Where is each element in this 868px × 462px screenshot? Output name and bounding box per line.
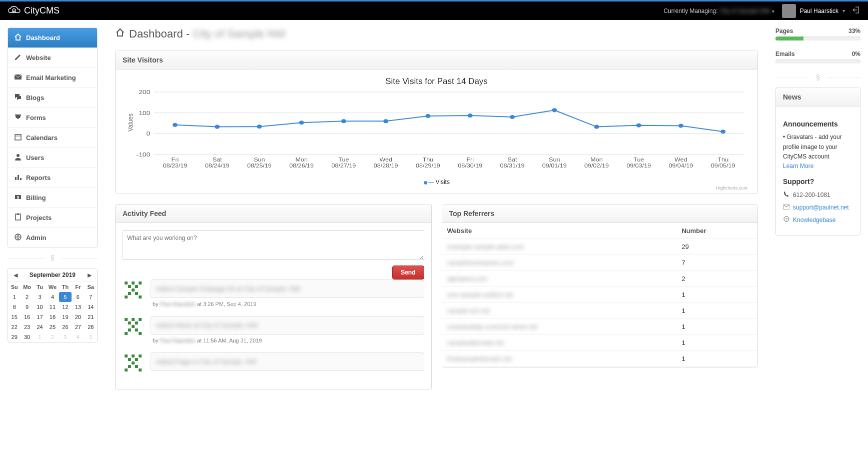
calendar-day[interactable]: 16 (21, 312, 33, 322)
svg-rect-87 (132, 354, 135, 358)
home-icon (115, 28, 125, 40)
svg-rect-5 (18, 175, 19, 180)
sidebar-item-website[interactable]: Website (8, 48, 97, 68)
calendar-day[interactable]: 23 (21, 322, 33, 332)
user-name: Paul Haarstick (800, 8, 838, 14)
svg-point-58 (594, 125, 599, 129)
pencil-icon (14, 53, 22, 62)
sidebar-item-blogs[interactable]: Blogs (8, 88, 97, 108)
svg-rect-83 (132, 325, 135, 328)
sidebar-item-forms[interactable]: Forms (8, 108, 97, 128)
svg-text:09/01/19: 09/01/19 (542, 163, 567, 168)
sidebar-item-reports[interactable]: Reports (8, 168, 97, 188)
user-menu[interactable]: Paul Haarstick ▾ (782, 4, 845, 18)
svg-text:Wed: Wed (379, 157, 392, 162)
calendar-day[interactable]: 14 (85, 302, 97, 312)
svg-point-54 (425, 114, 430, 118)
sidebar-item-projects[interactable]: Projects (8, 208, 97, 228)
sidebar-item-users[interactable]: Users (8, 148, 97, 168)
calendar-day[interactable]: 21 (85, 312, 97, 322)
phone-icon (783, 190, 790, 200)
calendar-prev[interactable]: ◀ (10, 272, 21, 278)
send-button[interactable]: Send (392, 266, 424, 280)
table-row: one-sample-outline.net1 (442, 287, 758, 303)
svg-rect-80 (135, 322, 138, 324)
sidebar-item-dashboard[interactable]: Dashboard (8, 28, 97, 48)
svg-rect-70 (128, 292, 131, 295)
sidebar-item-email-marketing[interactable]: Email Marketing (8, 68, 97, 88)
calendar-day[interactable]: 18 (46, 312, 59, 322)
panel-top-referrers: Top Referrers Website Number example-sam… (442, 204, 758, 368)
cloud-city-icon (8, 6, 22, 16)
calendar-day[interactable]: 11 (46, 302, 59, 312)
calendar-day[interactable]: 20 (72, 312, 84, 322)
calendar-day[interactable]: 9 (21, 302, 33, 312)
activity-input[interactable] (123, 230, 424, 260)
sidebar-item-billing[interactable]: $ Billing (8, 188, 97, 208)
support-kb[interactable]: ? Knowledgebase (783, 216, 853, 225)
calendar-day[interactable]: 8 (8, 302, 21, 312)
calendar-day[interactable]: 3 (59, 332, 72, 342)
svg-text:Sun: Sun (549, 157, 560, 162)
calendar-day[interactable]: 1 (8, 292, 21, 302)
calendar-day[interactable]: 1 (34, 332, 46, 342)
support-email[interactable]: support@paulnet.net (783, 203, 853, 212)
calendar-day[interactable]: 24 (34, 322, 46, 332)
svg-point-49 (215, 125, 220, 129)
table-row: samplealternate.net1 (442, 335, 758, 351)
sidebar-item-label: Blogs (26, 94, 44, 102)
svg-rect-68 (128, 285, 131, 288)
svg-rect-89 (139, 368, 142, 372)
calendar-day[interactable]: 28 (85, 322, 97, 332)
svg-rect-75 (139, 318, 142, 321)
panel-heading: News (776, 88, 860, 106)
calendar-day[interactable]: 15 (8, 312, 21, 322)
table-row: substantially-covered-name.net1 (442, 319, 758, 335)
calendar-day[interactable]: 2 (46, 332, 59, 342)
sidebar-item-label: Calendars (26, 134, 58, 142)
brand-logo[interactable]: CityCMS (8, 6, 60, 16)
sidebar-item-admin[interactable]: Admin (8, 228, 97, 248)
calendar-day[interactable]: 13 (72, 302, 84, 312)
calendar-day[interactable]: 3 (34, 292, 46, 302)
calendar-day[interactable]: 19 (59, 312, 72, 322)
svg-text:Mon: Mon (590, 157, 602, 162)
calendar-next[interactable]: ▶ (84, 272, 95, 278)
announcements-title: Announcements (783, 118, 853, 130)
calendar-day[interactable]: 2 (21, 292, 33, 302)
calendar-day[interactable]: 29 (8, 332, 21, 342)
calendar-day[interactable]: 10 (34, 302, 46, 312)
svg-text:08/29/19: 08/29/19 (416, 163, 440, 168)
avatar (782, 4, 796, 18)
currently-managing[interactable]: Currently Managing: City of Sample NW ▾ (664, 8, 774, 14)
calendar-day[interactable]: 17 (34, 312, 46, 322)
calendar-day[interactable]: 5 (59, 292, 72, 302)
svg-text:0: 0 (147, 131, 151, 137)
chart-title: Site Visits for Past 14 Days (123, 76, 750, 86)
progress-emails: Emails 0% (775, 50, 860, 64)
svg-text:$: $ (17, 195, 20, 200)
calendar-day[interactable]: 4 (72, 332, 84, 342)
calendar-day[interactable]: 22 (8, 322, 21, 332)
topbar: CityCMS Currently Managing: City of Samp… (0, 0, 868, 20)
calendar-day[interactable]: 12 (59, 302, 72, 312)
svg-rect-91 (135, 358, 138, 361)
svg-text:-100: -100 (137, 152, 151, 158)
svg-rect-94 (132, 362, 135, 364)
calendar-day[interactable]: 5 (85, 332, 97, 342)
calendar-day[interactable]: 27 (72, 322, 84, 332)
calendar-day[interactable]: 30 (21, 332, 33, 342)
calendar-day[interactable]: 7 (85, 292, 97, 302)
svg-point-59 (636, 124, 641, 128)
calendar-day[interactable]: 6 (72, 292, 84, 302)
learn-more-link[interactable]: Learn More (783, 162, 813, 170)
feed-text: edited News at City of Sample, NW (151, 316, 424, 334)
svg-text:09/05/19: 09/05/19 (711, 163, 735, 168)
sidebar-item-calendars[interactable]: Calendars (8, 128, 97, 148)
calendar-day[interactable]: 26 (59, 322, 72, 332)
calendar-day[interactable]: 4 (46, 292, 59, 302)
svg-rect-4 (15, 177, 17, 180)
svg-text:Thu: Thu (423, 157, 434, 162)
logout-icon[interactable] (852, 6, 860, 16)
calendar-day[interactable]: 25 (46, 322, 59, 332)
